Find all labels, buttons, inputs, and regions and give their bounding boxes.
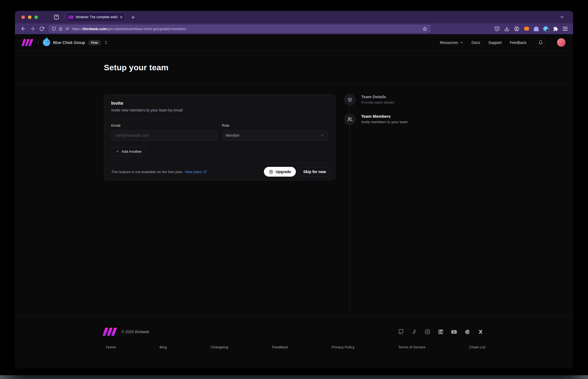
footer-link-feedback[interactable]: Feedback [272,345,288,349]
role-label: Role [222,123,328,128]
invite-card-footer: This feature is not available on the fre… [104,163,335,180]
footer-link-changelog[interactable]: Changelog [210,345,228,349]
firefox-view-icon[interactable] [53,14,60,20]
back-icon[interactable] [19,25,28,33]
chevron-down-icon [320,133,324,138]
step-title: Team Members [361,114,408,119]
users-icon [344,113,356,125]
browser-address-toolbar: https://thirdweb.com/get-started/team/bl… [15,23,573,34]
extensions-puzzle-icon[interactable] [553,26,558,31]
site-header: / Blue Chick Group Free Resources Docs S… [15,34,573,51]
role-field-group: Role Member [222,123,328,141]
chevron-down-icon [460,41,464,44]
tab-separator [64,14,64,20]
x-twitter-icon[interactable]: X [478,329,484,335]
site-footer: © 2025 thirdweb [15,316,573,368]
url-text: https://thirdweb.com/get-started/team/bl… [72,27,420,31]
permissions-sliders-icon[interactable] [65,27,69,31]
view-plans-link[interactable]: View plans [185,170,207,174]
header-nav: Resources Docs Support Feedback [440,37,565,47]
free-plan-notice: This feature is not available on the fre… [111,170,183,174]
menu-icon[interactable] [563,27,568,31]
metamask-icon[interactable] [524,27,529,31]
cube-icon [344,94,356,106]
nav-support[interactable]: Support [488,40,501,45]
lock-icon[interactable] [59,27,63,31]
new-tab-button[interactable] [129,13,137,21]
reddit-icon[interactable] [464,329,470,335]
wallet-extension-icon[interactable] [543,26,548,31]
footer-link-home[interactable]: Home [106,345,116,349]
toolbar-extension-icons [494,26,568,31]
tab-title: thirdweb: The complete web3 d [76,15,118,19]
close-window-button[interactable] [21,15,25,19]
pocket-icon[interactable] [494,26,500,31]
list-all-tabs-icon[interactable] [560,15,564,20]
nav-resources[interactable]: Resources [440,40,464,45]
browser-window: thirdweb: The complete web3 d [15,11,573,368]
minimize-window-button[interactable] [28,15,31,19]
role-select-value: Member [226,133,239,138]
browser-tab-active[interactable]: thirdweb: The complete web3 d [66,12,125,22]
desktop-background-edge [0,375,588,379]
github-icon[interactable] [398,329,404,335]
footer-link-chain-list[interactable]: Chain List [469,345,485,349]
nav-docs[interactable]: Docs [472,40,480,45]
user-avatar[interactable] [557,38,565,47]
bookmark-star-icon[interactable] [423,27,427,31]
footer-link-terms-of-service[interactable]: Terms of Service [398,345,426,349]
role-select[interactable]: Member [222,130,328,141]
instagram-icon[interactable] [424,329,430,335]
email-field-group: Email [111,123,218,141]
step-team-details: Team Details Provide team details [344,94,408,106]
invite-subtitle: Invite new members to your team by email [111,108,328,112]
footer-links: Home Blog Changelog Feedback Privacy Pol… [106,345,485,349]
linkedin-icon[interactable] [438,329,444,335]
account-icon[interactable] [514,26,519,31]
step-title: Team Details [361,94,394,99]
thirdweb-favicon-icon [69,15,74,19]
tab-close-icon[interactable] [120,15,123,19]
bell-icon [538,40,543,45]
page-title: Setup your team [104,63,168,72]
breadcrumb-slash: / [37,39,39,46]
notifications-button[interactable] [536,37,546,47]
team-avatar[interactable] [43,39,50,46]
zoom-window-button[interactable] [34,15,38,19]
footer-link-blog[interactable]: Blog [159,345,167,349]
invite-title: Invite [111,101,328,106]
traffic-lights [21,15,38,19]
footer-link-privacy-policy[interactable]: Privacy Policy [332,345,354,349]
page-title-band: Setup your team [15,51,573,84]
upgrade-button[interactable]: Upgrade [264,167,296,177]
shield-icon[interactable] [52,27,56,31]
circle-arrow-up-icon [269,170,273,174]
browser-tab-bar: thirdweb: The complete web3 d [15,11,573,23]
phantom-icon[interactable] [534,27,539,31]
tiktok-icon[interactable] [411,329,417,335]
setup-stepper: Team Details Provide team details Team M… [344,94,408,125]
reload-icon[interactable] [37,25,46,33]
add-another-button[interactable]: Add Another [111,147,146,156]
thirdweb-site: / Blue Chick Group Free Resources Docs S… [15,34,573,368]
skip-for-now-button[interactable]: Skip for now [298,167,331,177]
youtube-icon[interactable] [451,329,457,335]
copyright: © 2025 thirdweb [122,330,149,334]
invite-card-body: Email Role Member [104,118,335,163]
downloads-icon[interactable] [504,26,509,31]
email-input[interactable] [111,130,218,141]
url-bar[interactable]: https://thirdweb.com/get-started/team/bl… [49,25,430,33]
external-link-icon [203,170,207,173]
thirdweb-footer-logo-icon [104,328,117,336]
nav-feedback[interactable]: Feedback [510,40,526,45]
forward-icon[interactable] [28,25,37,33]
email-label: Email [111,123,218,128]
invite-card-header: Invite Invite new members to your team b… [104,95,335,118]
step-team-members: Team Members Invite members to your team [344,113,408,125]
thirdweb-logo-icon[interactable] [23,39,33,46]
plan-badge: Free [88,40,101,45]
social-links: X [398,329,484,335]
plus-icon [116,149,119,153]
team-name[interactable]: Blue Chick Group [53,40,85,45]
team-switcher-icon[interactable] [104,40,108,45]
